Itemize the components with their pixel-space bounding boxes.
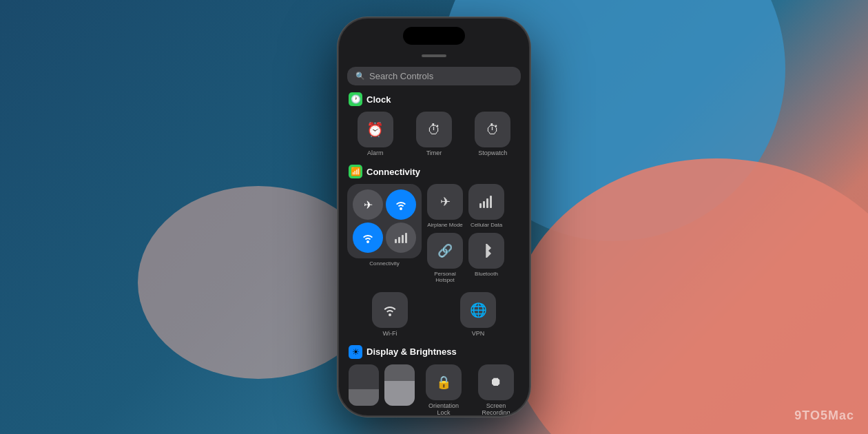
cellular-data-button[interactable] [468,184,504,220]
search-icon: 🔍 [355,72,365,81]
svg-rect-6 [486,198,488,208]
svg-rect-4 [479,203,482,208]
clock-items-row: ⏰ Alarm ⏱ Timer ⏱ Stopwatch [347,112,521,156]
orientation-lock-item: 🔒 OrientationLock [420,364,467,415]
cellular-mini-btn[interactable] [386,223,416,253]
wifi-label: Wi-Fi [383,330,397,337]
connectivity-big-box-wrapper: ✈ [347,184,422,284]
wifi-vpn-row: Wi-Fi 🌐 VPN [347,292,521,337]
iphone-frame: 🔍 Search Controls 🕐 Clock ⏰ Alarm ⏱ Time… [338,17,530,417]
wifi-button[interactable] [372,292,408,328]
clock-section-icon: 🕐 [349,92,362,106]
orientation-lock-button[interactable]: 🔒 [426,364,462,400]
hotspot-label: PersonalHotspot [434,271,456,284]
hotspot-item: 🔗 PersonalHotspot [427,233,463,284]
clock-section-header: 🕐 Clock [347,92,521,106]
wifi-item: Wi-Fi [349,292,431,337]
vpn-button[interactable]: 🌐 [460,292,496,328]
iphone-frame-wrapper: 🔍 Search Controls 🕐 Clock ⏰ Alarm ⏱ Time… [338,17,530,417]
iphone-screen: 🔍 Search Controls 🕐 Clock ⏰ Alarm ⏱ Time… [339,19,529,415]
svg-rect-0 [395,239,397,243]
svg-rect-5 [483,201,485,208]
pull-bar[interactable] [422,54,446,57]
brightness-dark-button[interactable] [349,364,379,406]
airplane-mode-button[interactable]: ✈ [427,184,463,220]
conn-row-2: 🔗 PersonalHotspot [427,233,504,284]
connectivity-small-items: ✈ Airplane Mode [427,184,504,284]
vpn-label: VPN [472,330,485,337]
wifi2-mini-btn[interactable] [353,223,383,253]
wifi-mini-btn[interactable] [386,189,416,220]
dynamic-island [403,27,465,45]
bluetooth-button[interactable] [468,233,504,269]
vpn-item: 🌐 VPN [437,292,519,337]
svg-rect-1 [398,237,400,243]
airplane-mode-item: ✈ Airplane Mode [427,184,463,229]
stopwatch-label: Stopwatch [478,149,507,156]
hotspot-button[interactable]: 🔗 [427,233,463,269]
airplane-mode-label: Airplane Mode [427,222,463,229]
display-section-title: Display & Brightness [366,347,457,357]
alarm-item: ⏰ Alarm [349,112,402,156]
connectivity-big-box: ✈ [347,184,422,258]
cellular-data-item: Cellular Data [468,184,504,229]
timer-item: ⏱ Timer [407,112,460,156]
clock-section-title: Clock [366,94,391,105]
connectivity-grid: ✈ [347,184,521,284]
display-section-icon: ☀ [349,345,362,359]
conn-row-1: ✈ Airplane Mode [427,184,504,229]
alarm-label: Alarm [367,149,384,156]
screen-recording-item: ⏺ ScreenRecording [473,364,519,415]
timer-button[interactable]: ⏱ [416,112,452,147]
brightness-light-button[interactable] [384,364,415,406]
bluetooth-item: Bluetooth [468,233,504,284]
bluetooth-label: Bluetooth [475,271,498,278]
screen-recording-button[interactable]: ⏺ [478,364,514,400]
connectivity-section-header: 📶 Connectivity [347,165,521,178]
svg-rect-3 [405,233,407,243]
alarm-button[interactable]: ⏰ [358,112,393,147]
connectivity-section-title: Connectivity [366,167,420,177]
power-button[interactable] [529,125,530,174]
search-bar[interactable]: 🔍 Search Controls [347,67,521,85]
svg-rect-2 [402,235,404,243]
cellular-data-label: Cellular Data [471,222,502,229]
timer-label: Timer [426,149,442,156]
stopwatch-button[interactable]: ⏱ [475,112,510,147]
search-placeholder: Search Controls [369,71,433,81]
display-section-header: ☀ Display & Brightness [347,345,521,359]
connectivity-label: Connectivity [369,260,400,267]
stopwatch-item: ⏱ Stopwatch [466,112,519,156]
control-center-content: 🔍 Search Controls 🕐 Clock ⏰ Alarm ⏱ Time… [339,61,529,415]
connectivity-section-icon: 📶 [349,165,362,178]
orientation-lock-label: OrientationLock [428,402,459,415]
watermark: 9TO5Mac [794,409,854,423]
airplane-mini-btn[interactable]: ✈ [353,189,383,220]
screen-recording-label: ScreenRecording [482,402,510,415]
display-items-row: 🔒 OrientationLock ⏺ ScreenRecording [347,364,521,415]
svg-rect-7 [490,196,492,208]
